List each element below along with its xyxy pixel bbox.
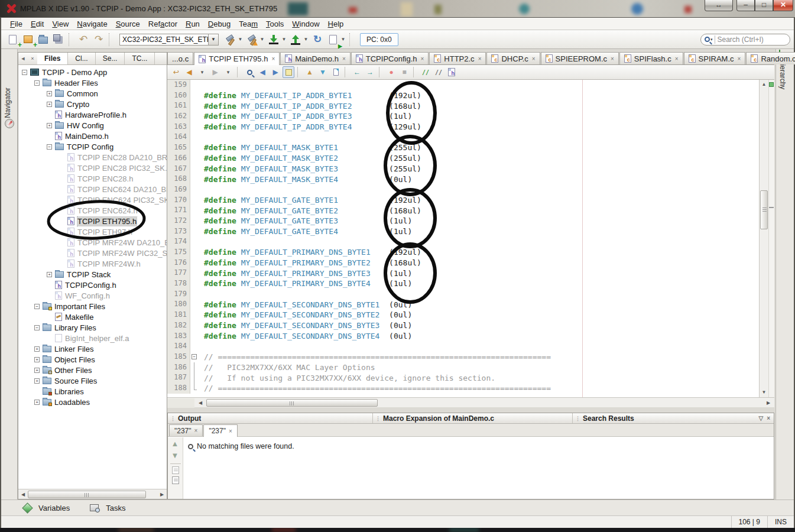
previous-bookmark-icon[interactable]: ▲ (304, 66, 316, 78)
expand-toggle-icon[interactable]: + (34, 346, 40, 352)
tab-maindemo-h[interactable]: MainDemo.h× (280, 52, 351, 64)
project-configuration-select[interactable]: XC32-PIC32_ETH_SK_ETH795▼ (119, 34, 219, 46)
tree-item-tcpip-enc28-pic32-sk-h[interactable]: TCPIP ENC28 PIC32_SK.h (18, 163, 167, 173)
close-tab-icon[interactable]: × (271, 56, 275, 62)
expand-toggle-icon[interactable]: − (34, 325, 40, 330)
navigator-strip-label[interactable]: Navigator (4, 82, 12, 124)
close-tab-icon[interactable]: × (675, 56, 679, 62)
tab-http2-c[interactable]: HTTP2.c× (429, 52, 486, 64)
fold-margin[interactable] (190, 383, 198, 394)
tree-horizontal-scrollbar[interactable]: ◀ ▶ (18, 489, 167, 499)
expand-toggle-icon[interactable]: + (34, 378, 40, 384)
menu-source[interactable]: Source (112, 18, 144, 30)
tab-spiflash-c[interactable]: SPIFlash.c× (619, 52, 683, 64)
new-file-button[interactable]: + (5, 33, 20, 47)
tree-item-tcpip-enc624-h[interactable]: TCPIP ENC624.h (18, 205, 167, 216)
search-tab-1[interactable]: "237"× (203, 424, 237, 437)
insert-mode-indicator[interactable]: INS (767, 516, 794, 528)
new-project-button[interactable]: + (21, 33, 35, 47)
tree-item-common[interactable]: +Common (18, 88, 167, 99)
uncomment-icon[interactable]: // (433, 66, 444, 78)
tree-item-important-files[interactable]: −Important Files (18, 301, 167, 312)
close-tab-icon[interactable]: × (611, 56, 614, 62)
tab-random-c[interactable]: Random.c (746, 52, 795, 64)
fold-collapse-icon[interactable]: − (192, 354, 197, 359)
minimize-pane-icon[interactable]: ▽ (758, 415, 763, 421)
tree-item-hardwareprofile-h[interactable]: HardwareProfile.h (18, 109, 167, 120)
scrollbar-thumb[interactable] (760, 190, 768, 229)
dd-icon[interactable]: ▾ (222, 66, 234, 78)
close-tab-icon[interactable]: × (532, 56, 536, 62)
refresh-debug-button[interactable]: ↻ (310, 33, 325, 47)
modify-search-icon[interactable] (172, 476, 179, 484)
expand-toggle-icon[interactable]: + (34, 400, 40, 405)
previous-result-icon[interactable]: ▲ (168, 437, 182, 449)
tree-item-crypto[interactable]: +Crypto (18, 99, 167, 109)
build-button[interactable] (223, 33, 237, 47)
menu-team[interactable]: Team (235, 18, 262, 30)
pane-header-search-results[interactable]: ⋮ Search Results ▽ × (573, 413, 774, 423)
scroll-up-icon[interactable]: ▲ (760, 80, 768, 89)
tree-item-other-files[interactable]: +Other Files (18, 365, 167, 375)
expand-toggle-icon[interactable]: − (34, 304, 40, 309)
tasks-window-button[interactable]: Tasks (106, 504, 125, 512)
close-tab-icon[interactable]: × (194, 427, 198, 434)
dd-icon[interactable]: ▾ (196, 66, 208, 78)
close-tab-icon[interactable]: × (342, 56, 346, 62)
menu-window[interactable]: Window (288, 18, 323, 30)
find-previous-icon[interactable]: ◀ (257, 66, 268, 78)
scrollbar-thumb[interactable] (206, 399, 378, 407)
tree-item-header-files[interactable]: −Header Files (18, 77, 167, 88)
tab-tcpipconfig-h[interactable]: TCPIPConfig.h× (351, 52, 429, 64)
expand-toggle-icon[interactable]: + (47, 102, 52, 107)
code-editor[interactable]: 159160#define MY_DEFAULT_IP_ADDR_BYTE1 (… (167, 80, 759, 397)
tree-item-tcpip-eth97-h[interactable]: TCPIP ETH97.h (18, 226, 167, 237)
tab-o-c[interactable]: ...o.c (167, 52, 193, 64)
tree-item-bigint-helper-elf-a[interactable]: BigInt_helper_elf.a (18, 333, 167, 343)
tree-item-tcpip-mrf24w-pic32-sk-h[interactable]: TCPIP MRF24W PIC32_SK.h (18, 248, 167, 258)
collapse-panel-icon[interactable]: ◄ (18, 53, 28, 64)
search-tab-0[interactable]: "237"× (169, 424, 203, 436)
back-icon[interactable]: ◀ (183, 66, 195, 78)
forward-icon[interactable]: ▶ (209, 66, 221, 78)
save-all-button[interactable] (51, 33, 66, 47)
menu-tools[interactable]: Tools (262, 18, 288, 30)
menu-edit[interactable]: Edit (27, 18, 48, 30)
next-result-icon[interactable]: ▼ (168, 449, 182, 461)
scroll-right-icon[interactable]: ▶ (764, 398, 773, 407)
expand-toggle-icon[interactable]: + (47, 123, 52, 128)
expand-toggle-icon[interactable]: + (34, 368, 40, 373)
tree-item-tcpip-enc28-da210-brd-h[interactable]: TCPIP ENC28 DA210_BRD.h (18, 152, 167, 163)
expand-toggle-icon[interactable]: + (34, 357, 40, 362)
tree-item-tcpip-mrf24w-h[interactable]: TCPIP MRF24W.h (18, 258, 167, 269)
tab-spieeprom-c[interactable]: SPIEEPROM.c× (541, 52, 619, 64)
expand-toggle-icon[interactable]: − (47, 144, 52, 150)
open-project-button[interactable] (36, 33, 50, 47)
tree-item-tcpip-enc624-da210-brd-h[interactable]: TCPIP ENC624 DA210_BRD.h (18, 184, 167, 194)
comment-icon[interactable]: // (420, 66, 431, 78)
scroll-down-icon[interactable]: ▼ (760, 388, 768, 397)
shift-left-icon[interactable]: ← (351, 66, 363, 78)
tree-item-tcpip-demo-app[interactable]: −TCPIP - Demo App (18, 67, 167, 77)
tree-item-hw-config[interactable]: +HW Config (18, 120, 167, 131)
redo-button[interactable]: ↷ (92, 33, 106, 47)
menu-debug[interactable]: Debug (204, 18, 235, 30)
expand-toggle-icon[interactable]: + (47, 91, 52, 96)
menu-run[interactable]: Run (181, 18, 204, 30)
minimize-button[interactable]: – (736, 0, 755, 11)
close-tab-icon[interactable]: × (229, 428, 232, 434)
dropdown-arrow-icon[interactable]: ▼ (281, 33, 287, 47)
panel-tab-se[interactable]: Se... (96, 53, 125, 64)
program-device-button[interactable] (288, 33, 303, 47)
tree-item-maindemo-h[interactable]: MainDemo.h (18, 131, 167, 141)
tree-item-source-files[interactable]: +Source Files (18, 375, 167, 386)
show-details-icon[interactable] (172, 466, 179, 474)
find-next-icon[interactable]: ▶ (270, 66, 281, 78)
maximize-button[interactable]: □ (755, 0, 773, 11)
dropdown-arrow-icon[interactable]: ▼ (259, 33, 265, 47)
tree-item-libraries[interactable]: Libraries (18, 386, 167, 397)
menu-file[interactable]: File (6, 18, 27, 30)
tab-dhcp-c[interactable]: DHCP.c× (486, 52, 540, 64)
tab-spiram-c[interactable]: SPIRAM.c× (684, 52, 746, 64)
scroll-right-icon[interactable]: ▶ (157, 490, 167, 499)
